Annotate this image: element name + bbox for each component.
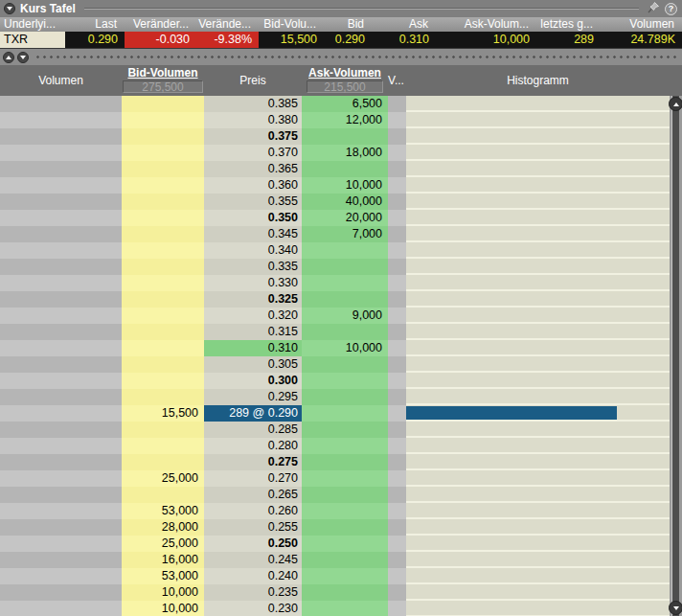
ask-volume-cell[interactable] bbox=[302, 161, 388, 177]
help-icon[interactable]: ? bbox=[665, 3, 677, 15]
last-size-column-header[interactable]: letztes g... bbox=[536, 17, 601, 32]
ask-volume-cell[interactable]: 18,000 bbox=[302, 145, 388, 161]
bid-volume-cell[interactable] bbox=[122, 177, 204, 194]
price-cell[interactable]: 0.315 bbox=[204, 324, 302, 340]
price-cell[interactable]: 0.255 bbox=[204, 519, 302, 536]
ask-volume-cell[interactable] bbox=[302, 519, 388, 536]
ask-volume-cell[interactable] bbox=[302, 324, 388, 340]
change-column-header[interactable]: Veränder... bbox=[125, 17, 196, 32]
scrollbar-track[interactable] bbox=[671, 96, 679, 616]
bid-volume-cell[interactable] bbox=[122, 438, 204, 454]
price-cell[interactable]: 0.335 bbox=[204, 259, 302, 275]
underlying-column-header[interactable]: Underlyi... bbox=[0, 17, 65, 32]
bid-volume-cell[interactable] bbox=[122, 454, 204, 470]
splitter-up-button[interactable] bbox=[3, 52, 14, 63]
ask-volume-cell[interactable] bbox=[302, 552, 388, 568]
ask-volume-cell[interactable] bbox=[302, 356, 388, 373]
ladder-ask-volume-column-header[interactable]: Ask-Volumen 215,500 bbox=[302, 65, 388, 96]
price-cell[interactable]: 0.245 bbox=[204, 552, 302, 568]
ask-volume-cell[interactable]: 20,000 bbox=[302, 210, 388, 226]
collapse-panel-button[interactable] bbox=[4, 3, 15, 14]
ask-volume-cell[interactable] bbox=[302, 259, 388, 275]
ask-volume-cell[interactable] bbox=[302, 275, 388, 291]
price-cell[interactable]: 0.265 bbox=[204, 487, 302, 503]
change-pct-column-header[interactable]: Verände... bbox=[196, 17, 259, 32]
ask-volume-cell[interactable] bbox=[302, 584, 388, 601]
price-cell[interactable]: 0.230 bbox=[204, 601, 302, 616]
ask-column-header[interactable]: Ask bbox=[372, 17, 436, 32]
bid-volume-cell[interactable] bbox=[122, 226, 204, 242]
ask-volume-cell[interactable] bbox=[302, 373, 388, 389]
ask-volume-cell[interactable] bbox=[302, 470, 388, 487]
price-cell[interactable]: 0.240 bbox=[204, 568, 302, 584]
price-cell[interactable]: 0.320 bbox=[204, 308, 302, 324]
bid-volume-cell[interactable] bbox=[122, 275, 204, 291]
price-cell[interactable]: 0.285 bbox=[204, 422, 302, 438]
ask-volume-cell[interactable] bbox=[302, 454, 388, 470]
bid-volume-cell[interactable]: 16,000 bbox=[122, 552, 204, 568]
bid-volume-cell[interactable] bbox=[122, 161, 204, 177]
ask-volume-cell[interactable]: 10,000 bbox=[302, 340, 388, 356]
ask-volume-cell[interactable] bbox=[302, 389, 388, 405]
ask-volume-cell[interactable] bbox=[302, 487, 388, 503]
quote-row[interactable]: TXR 0.290 -0.030 -9.38% 15,500 0.290 0.3… bbox=[0, 32, 682, 48]
ask-volume-cell[interactable]: 9,000 bbox=[302, 308, 388, 324]
bid-volume-cell[interactable] bbox=[122, 373, 204, 389]
ask-volume-cell[interactable] bbox=[302, 568, 388, 584]
bid-volume-cell[interactable] bbox=[122, 324, 204, 340]
bid-volume-cell[interactable]: 15,500 bbox=[122, 405, 204, 422]
price-cell[interactable]: 0.370 bbox=[204, 145, 302, 161]
splitter-down-button[interactable] bbox=[17, 52, 29, 63]
price-cell[interactable]: 0.270 bbox=[204, 470, 302, 487]
price-cell[interactable]: 0.350 bbox=[204, 210, 302, 226]
price-cell[interactable]: 0.355 bbox=[204, 194, 302, 210]
bid-volume-cell[interactable] bbox=[122, 340, 204, 356]
ladder-bid-volume-column-header[interactable]: Bid-Volumen 275,500 bbox=[122, 65, 204, 96]
last-column-header[interactable]: Last bbox=[65, 17, 125, 32]
bid-volume-cell[interactable]: 25,000 bbox=[122, 536, 204, 552]
ask-volume-cell[interactable] bbox=[302, 601, 388, 616]
price-cell[interactable]: 0.340 bbox=[204, 242, 302, 259]
bid-volume-cell[interactable] bbox=[122, 487, 204, 503]
pin-icon[interactable] bbox=[648, 0, 660, 17]
volume-column-header[interactable]: Volumen bbox=[601, 17, 682, 32]
price-cell[interactable]: 0.375 bbox=[204, 128, 302, 145]
ask-volume-cell[interactable]: 40,000 bbox=[302, 194, 388, 210]
bid-volume-cell[interactable] bbox=[122, 259, 204, 275]
price-cell[interactable]: 0.325 bbox=[204, 291, 302, 308]
price-cell[interactable]: 0.345 bbox=[204, 226, 302, 242]
ask-volume-cell[interactable] bbox=[302, 242, 388, 259]
bid-volume-cell[interactable] bbox=[122, 128, 204, 145]
price-cell[interactable]: 0.250 bbox=[204, 536, 302, 552]
bid-volume-cell[interactable] bbox=[122, 242, 204, 259]
price-cell[interactable]: 0.275 bbox=[204, 454, 302, 470]
ask-volume-cell[interactable]: 12,000 bbox=[302, 112, 388, 128]
price-cell[interactable]: 0.235 bbox=[204, 584, 302, 601]
bid-volume-column-header[interactable]: Bid-Volu... bbox=[259, 17, 324, 32]
bid-volume-cell[interactable] bbox=[122, 145, 204, 161]
price-cell[interactable]: 289 @ 0.290 bbox=[204, 405, 302, 422]
price-cell[interactable]: 0.280 bbox=[204, 438, 302, 454]
bid-column-header[interactable]: Bid bbox=[324, 17, 372, 32]
ask-volume-cell[interactable] bbox=[302, 422, 388, 438]
bid-volume-cell[interactable]: 53,000 bbox=[122, 568, 204, 584]
ask-volume-cell[interactable]: 7,000 bbox=[302, 226, 388, 242]
bid-volume-cell[interactable]: 10,000 bbox=[122, 601, 204, 616]
splitter-bar[interactable] bbox=[0, 48, 682, 65]
ask-volume-cell[interactable]: 6,500 bbox=[302, 96, 388, 112]
price-cell[interactable]: 0.310 bbox=[204, 340, 302, 356]
bid-volume-cell[interactable] bbox=[122, 308, 204, 324]
price-cell[interactable]: 0.300 bbox=[204, 373, 302, 389]
ask-volume-cell[interactable] bbox=[302, 503, 388, 519]
scroll-down-button[interactable] bbox=[669, 601, 682, 615]
price-cell[interactable]: 0.385 bbox=[204, 96, 302, 112]
ask-volume-cell[interactable] bbox=[302, 536, 388, 552]
bid-volume-cell[interactable] bbox=[122, 210, 204, 226]
ask-volume-cell[interactable] bbox=[302, 405, 388, 422]
bid-volume-cell[interactable] bbox=[122, 291, 204, 308]
price-cell[interactable]: 0.295 bbox=[204, 389, 302, 405]
price-cell[interactable]: 0.330 bbox=[204, 275, 302, 291]
bid-volume-cell[interactable] bbox=[122, 96, 204, 112]
ask-volume-cell[interactable] bbox=[302, 128, 388, 145]
bid-volume-cell[interactable]: 28,000 bbox=[122, 519, 204, 536]
